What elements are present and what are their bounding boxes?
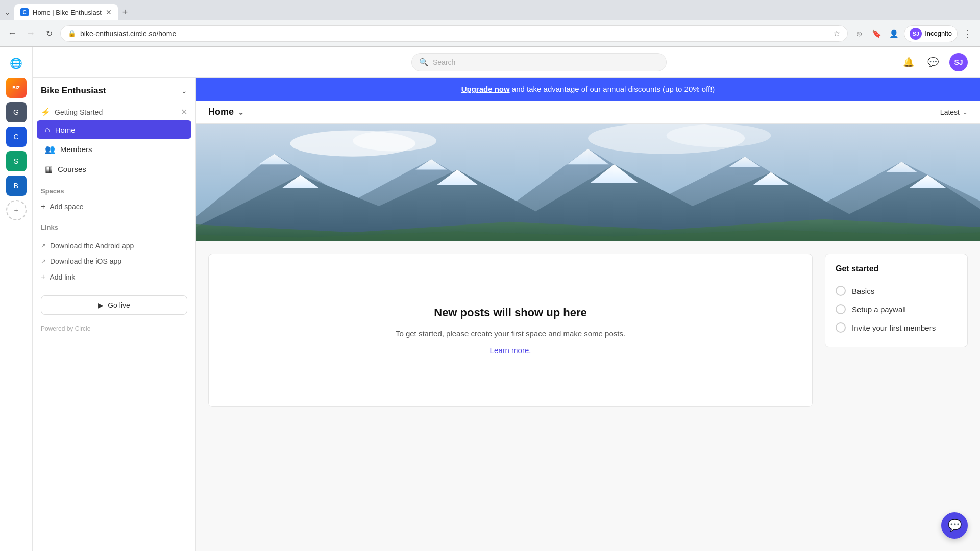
go-live-label: Go live bbox=[108, 301, 130, 309]
checklist-basics[interactable]: Basics bbox=[836, 282, 957, 300]
go-live-button[interactable]: ▶ Go live bbox=[41, 295, 187, 315]
content-title[interactable]: Home ⌄ bbox=[208, 107, 244, 117]
title-chevron-icon: ⌄ bbox=[238, 108, 244, 116]
profile-icon[interactable]: 👤 bbox=[887, 27, 901, 41]
back-button[interactable]: ← bbox=[5, 27, 19, 41]
active-tab[interactable]: C Home | Bike Enthusiast ✕ bbox=[14, 4, 118, 20]
incognito-label: Incognito bbox=[925, 30, 952, 37]
sidebar-chevron-icon[interactable]: ⌄ bbox=[181, 87, 187, 95]
forward-button[interactable]: → bbox=[23, 27, 38, 41]
upgrade-link[interactable]: Upgrade now bbox=[461, 85, 510, 93]
link-android-app[interactable]: ↗ Download the Android app bbox=[33, 238, 195, 254]
powered-by-text: Powered by Circle bbox=[33, 321, 195, 340]
links-section-title: Links bbox=[33, 215, 195, 234]
home-icon: ⌂ bbox=[45, 125, 50, 134]
address-bar[interactable]: 🔒 bike-enthusiast.circle.so/home ☆ bbox=[60, 25, 848, 42]
messages-button[interactable]: 💬 bbox=[925, 54, 941, 70]
svg-point-2 bbox=[353, 131, 436, 152]
getting-started-icon: ⚡ bbox=[41, 108, 51, 117]
add-link-button[interactable]: + Add link bbox=[33, 269, 195, 285]
add-space-button[interactable]: + Add space bbox=[33, 198, 195, 215]
go-live-icon: ▶ bbox=[98, 301, 104, 309]
sidebar-community-name: Bike Enthusiast bbox=[41, 86, 106, 96]
android-app-label: Download the Android app bbox=[50, 242, 134, 250]
posts-main: New posts will show up here To get start… bbox=[208, 254, 813, 407]
ios-app-label: Download the iOS app bbox=[50, 257, 121, 265]
search-placeholder: Search bbox=[433, 58, 455, 66]
sidebar-community-c[interactable]: C bbox=[6, 127, 27, 147]
empty-posts-description: To get started, please create your first… bbox=[396, 328, 625, 340]
latest-label: Latest bbox=[940, 108, 960, 116]
cast-icon[interactable]: ⎋ bbox=[852, 27, 866, 41]
add-space-icon: + bbox=[41, 202, 45, 211]
world-icon: 🌐 bbox=[10, 57, 22, 69]
sidebar-nav-courses[interactable]: ▦ Courses bbox=[37, 160, 191, 179]
nav-members-label: Members bbox=[60, 145, 92, 154]
latest-chevron-icon: ⌄ bbox=[963, 109, 968, 116]
main-sidebar: Bike Enthusiast ⌄ ⚡ Getting Started ✕ ⌂ … bbox=[33, 78, 196, 551]
tab-favicon: C bbox=[20, 8, 29, 16]
latest-filter[interactable]: Latest ⌄ bbox=[940, 108, 968, 116]
basics-label: Basics bbox=[852, 287, 874, 295]
get-started-title: Get started bbox=[836, 264, 957, 273]
sidebar-nav-members[interactable]: 👥 Members bbox=[37, 140, 191, 159]
incognito-avatar: SJ bbox=[910, 28, 922, 40]
links-section: ↗ Download the Android app ↗ Download th… bbox=[33, 234, 195, 289]
address-url: bike-enthusiast.circle.so/home bbox=[80, 30, 176, 38]
app-header-center: 🔍 Search bbox=[178, 53, 900, 71]
members-icon: 👥 bbox=[45, 144, 55, 154]
content-header: Home ⌄ Latest ⌄ bbox=[196, 101, 980, 124]
checklist-paywall[interactable]: Setup a paywall bbox=[836, 300, 957, 318]
sidebar-add-community[interactable]: + bbox=[6, 200, 27, 220]
link-arrow-android: ↗ bbox=[41, 242, 46, 249]
spaces-section-title: Spaces bbox=[33, 179, 195, 198]
tab-close-button[interactable]: ✕ bbox=[106, 8, 112, 16]
reload-button[interactable]: ↻ bbox=[42, 27, 56, 41]
lock-icon: 🔒 bbox=[68, 30, 76, 37]
nav-courses-label: Courses bbox=[58, 165, 86, 173]
link-ios-app[interactable]: ↗ Download the iOS app bbox=[33, 254, 195, 269]
search-bar[interactable]: 🔍 Search bbox=[411, 53, 667, 71]
sidebar-community-g[interactable]: G bbox=[6, 102, 27, 122]
courses-icon: ▦ bbox=[45, 164, 53, 174]
get-started-widget: Get started Basics Setup a paywall Invit… bbox=[825, 254, 968, 347]
sidebar-community-b[interactable]: B bbox=[6, 176, 27, 196]
svg-point-4 bbox=[667, 124, 771, 147]
tab-list-button[interactable]: ⌄ bbox=[0, 9, 14, 16]
sidebar-header: Bike Enthusiast ⌄ bbox=[33, 78, 195, 104]
sidebar-nav-home[interactable]: ⌂ Home bbox=[37, 120, 191, 139]
sidebar-community-business[interactable]: BIZ bbox=[6, 78, 27, 98]
empty-posts-title: New posts will show up here bbox=[434, 306, 587, 319]
incognito-button[interactable]: SJ Incognito bbox=[904, 25, 958, 42]
user-avatar-button[interactable]: SJ bbox=[949, 53, 968, 71]
sidebar-icon-world[interactable]: 🌐 bbox=[6, 53, 27, 73]
basics-radio[interactable] bbox=[836, 286, 846, 296]
invite-members-radio[interactable] bbox=[836, 322, 846, 333]
link-arrow-ios: ↗ bbox=[41, 258, 46, 265]
add-link-label: Add link bbox=[50, 273, 75, 281]
paywall-radio[interactable] bbox=[836, 304, 846, 314]
page-title-text: Home bbox=[208, 107, 234, 117]
add-link-icon: + bbox=[41, 272, 45, 282]
chat-fab-button[interactable]: 💬 bbox=[941, 512, 968, 539]
learn-more-link[interactable]: Learn more. bbox=[490, 346, 531, 355]
checklist-invite-members[interactable]: Invite your first members bbox=[836, 318, 957, 337]
getting-started-item[interactable]: ⚡ Getting Started ✕ bbox=[33, 104, 195, 120]
browser-menu-button[interactable]: ⋮ bbox=[961, 27, 975, 41]
app-header: 🔍 Search 🔔 💬 SJ bbox=[33, 47, 980, 78]
add-space-label: Add space bbox=[50, 203, 83, 211]
sidebar-community-s[interactable]: S bbox=[6, 151, 27, 171]
bookmark-icon[interactable]: 🔖 bbox=[869, 27, 884, 41]
new-tab-button[interactable]: + bbox=[118, 5, 132, 19]
chat-fab-icon: 💬 bbox=[948, 519, 962, 532]
star-icon[interactable]: ☆ bbox=[833, 29, 840, 38]
upgrade-banner: Upgrade now and take advantage of our an… bbox=[196, 78, 980, 101]
icon-sidebar: 🌐 BIZ G C S B + bbox=[0, 47, 33, 551]
getting-started-close-icon[interactable]: ✕ bbox=[181, 107, 187, 117]
banner-text: and take advantage of our annual discoun… bbox=[512, 85, 715, 93]
main-content: Upgrade now and take advantage of our an… bbox=[196, 78, 980, 551]
paywall-label: Setup a paywall bbox=[852, 305, 906, 314]
notifications-button[interactable]: 🔔 bbox=[900, 54, 917, 70]
getting-started-label: Getting Started bbox=[55, 108, 103, 116]
search-icon: 🔍 bbox=[419, 58, 429, 67]
